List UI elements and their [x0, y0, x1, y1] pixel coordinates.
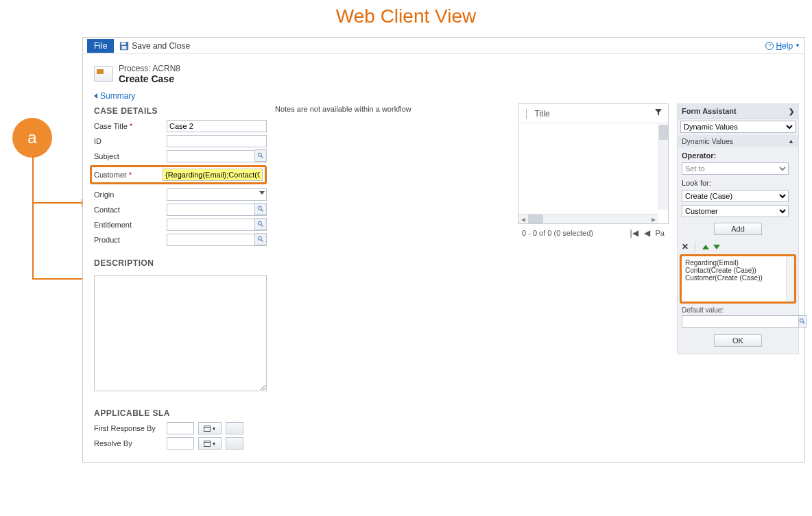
file-menu-tab[interactable]: File [87, 39, 114, 53]
case-title-label: Case Title [94, 122, 128, 130]
ok-button[interactable]: OK [714, 334, 762, 347]
selected-item[interactable]: Contact(Create (Case)) [685, 267, 791, 274]
collapse-caret-icon[interactable]: ▲ [788, 138, 794, 145]
lookfor-entity-select[interactable]: Create (Case) [682, 190, 789, 202]
field-contact: Contact [94, 204, 267, 216]
assistant-mode-select[interactable]: Dynamic Values [680, 121, 796, 133]
app-window: File Save and Close ? Help ▼ Process: AC… [82, 37, 805, 463]
svg-line-4 [261, 156, 263, 158]
selected-dynamic-values-box[interactable]: Regarding(Email) Contact(Create (Case)) … [680, 254, 796, 304]
entitlement-input[interactable] [167, 219, 267, 231]
contact-input[interactable] [167, 204, 267, 216]
annotation-badge: a [12, 118, 52, 158]
process-label: Process: ACRN8 [119, 64, 180, 73]
filter-icon[interactable] [654, 108, 662, 119]
help-label: Help [776, 41, 793, 51]
field-entitlement: Entitlement [94, 219, 267, 231]
required-icon: * [129, 171, 132, 179]
svg-rect-2 [122, 46, 127, 49]
first-response-date-input[interactable] [167, 422, 194, 434]
default-value-input[interactable] [682, 315, 799, 328]
prev-page-icon[interactable]: ◀ [644, 228, 650, 238]
tab-summary[interactable]: Summary [83, 91, 804, 103]
subject-lookup-icon[interactable] [254, 149, 267, 162]
svg-point-15 [800, 319, 803, 322]
operator-select[interactable]: Set to [682, 162, 789, 175]
page-title: Web Client View [0, 0, 812, 37]
lookfor-attribute-select[interactable]: Customer [682, 205, 789, 217]
origin-select[interactable] [167, 188, 267, 201]
svg-point-9 [258, 236, 261, 240]
field-product: Product [94, 234, 267, 246]
field-subject: Subject [94, 150, 267, 162]
svg-line-6 [261, 210, 263, 212]
help-link[interactable]: ? Help ▼ [765, 41, 800, 51]
resolve-by-time-picker[interactable] [226, 437, 243, 450]
default-value-lookup-icon[interactable] [799, 315, 807, 328]
record-title: Create Case [119, 73, 180, 84]
form-assistant-panel: Form Assistant ❯ Dynamic Values Dynamic … [677, 103, 799, 354]
customer-input[interactable] [163, 169, 263, 181]
annotation-line-top [32, 202, 86, 204]
horizontal-scrollbar[interactable]: ◂ ▸ [518, 214, 658, 223]
section-applicable-sla: APPLICABLE SLA [94, 406, 267, 422]
first-response-label: First Response By [94, 424, 163, 432]
page-label: Pa [656, 229, 665, 237]
description-textarea[interactable] [94, 275, 267, 391]
first-page-icon[interactable]: |◀ [630, 228, 638, 238]
notes-unavailable-message: Notes are not available within a workflo… [275, 103, 510, 114]
svg-line-8 [261, 225, 263, 227]
selected-scrollbar[interactable] [786, 256, 794, 302]
save-icon [119, 41, 129, 51]
dynamic-values-subhead: Dynamic Values [682, 137, 733, 145]
entitlement-lookup-icon[interactable] [254, 218, 267, 230]
product-lookup-icon[interactable] [254, 233, 267, 245]
page-header: Process: ACRN8 Create Case [83, 54, 804, 91]
save-and-close-button[interactable]: Save and Close [119, 41, 190, 51]
list-column-title[interactable]: Title [535, 109, 649, 119]
list-status-text: 0 - 0 of 0 (0 selected) [522, 229, 624, 237]
collapse-icon[interactable]: ❯ [789, 108, 794, 115]
move-down-icon[interactable] [713, 245, 720, 249]
section-description: DESCRIPTION [94, 256, 267, 272]
svg-rect-11 [204, 426, 210, 432]
related-list-panel: │ Title ◂ ▸ [518, 103, 669, 224]
save-and-close-label: Save and Close [132, 41, 190, 51]
default-value-label: Default value: [678, 304, 798, 315]
resolve-by-date-input[interactable] [167, 437, 194, 450]
record-type-icon [94, 66, 113, 82]
case-title-input[interactable] [167, 120, 267, 132]
form-assistant-title: Form Assistant [682, 107, 737, 115]
subject-input[interactable] [167, 150, 267, 162]
contact-label: Contact [94, 206, 163, 214]
field-id: ID [94, 135, 267, 147]
vertical-scrollbar[interactable] [658, 125, 668, 210]
remove-icon[interactable]: ✕ [682, 242, 689, 251]
entitlement-label: Entitlement [94, 221, 163, 229]
toolbar: File Save and Close ? Help ▼ [83, 38, 804, 54]
resolve-by-date-picker[interactable]: ▼ [198, 437, 222, 450]
first-response-time-picker[interactable] [226, 422, 243, 434]
selected-item[interactable]: Customer(Create (Case)) [685, 274, 791, 282]
operator-label: Operator: [682, 151, 794, 160]
tab-summary-label: Summary [100, 91, 135, 101]
customer-label: Customer [94, 171, 127, 179]
first-response-date-picker[interactable]: ▼ [198, 422, 222, 434]
field-first-response: First Response By ▼ [94, 422, 267, 434]
section-case-details: CASE DETAILS [94, 103, 267, 120]
id-input[interactable] [167, 135, 267, 147]
product-input[interactable] [167, 234, 267, 246]
svg-point-5 [258, 206, 261, 210]
move-up-icon[interactable] [702, 245, 709, 249]
svg-line-10 [261, 240, 263, 242]
svg-rect-13 [204, 441, 210, 447]
svg-line-16 [803, 322, 805, 324]
svg-point-3 [258, 153, 261, 156]
field-case-title: Case Title * [94, 120, 267, 132]
selected-item[interactable]: Regarding(Email) [685, 259, 791, 267]
add-button[interactable]: Add [714, 223, 762, 235]
product-label: Product [94, 236, 163, 244]
collapse-caret-icon [94, 93, 97, 99]
field-resolve-by: Resolve By ▼ [94, 437, 267, 450]
contact-lookup-icon[interactable] [254, 203, 267, 215]
